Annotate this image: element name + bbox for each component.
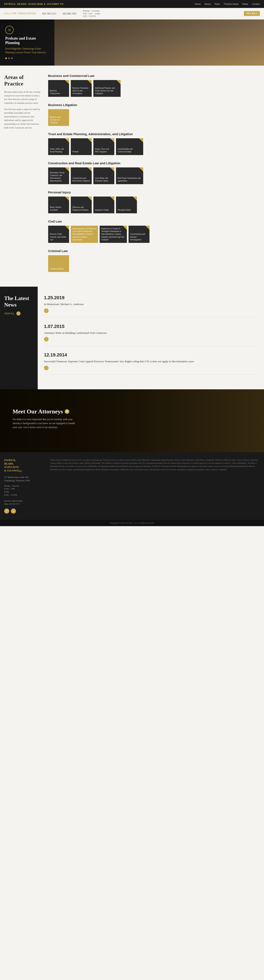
section-header-business-commercial: Business and Commercial Law — [48, 74, 260, 78]
nav-news[interactable]: News — [242, 3, 248, 5]
card-business-transactions[interactable]: Business Transactions — [48, 80, 69, 97]
footer-bottom: Copyright © 2020 MH Sub I, LLC. All righ… — [0, 520, 264, 526]
section-personal-injury: Personal Injury Motor Vehicle Accidents … — [48, 191, 260, 213]
hero-dot-1[interactable] — [5, 57, 7, 59]
copyright-text: Copyright © 2020 MH Sub I, LLC. All righ… — [110, 522, 154, 524]
logo: PATRICK, BEARD, SCHULMAN & JACOWAY PC — [4, 3, 64, 5]
news-section: The Latest News VIEW ALL › 1.25.2019 In … — [0, 286, 264, 389]
section-header-civil-law: Civil Law — [48, 220, 260, 223]
nav-about[interactable]: About — [204, 3, 210, 5]
news-arrow-2[interactable]: › — [44, 337, 49, 342]
card-probate[interactable]: Probate — [71, 138, 92, 155]
attorneys-icon: ⚖ — [65, 409, 69, 414]
card-developer-owner[interactable]: Developer, Owner, Contractor, and Subcon… — [48, 167, 69, 184]
practice-areas-section: Areas of Practice Because many areas of … — [0, 65, 264, 286]
top-nav: PATRICK, BEARD, SCHULMAN & JACOWAY PC Ho… — [0, 0, 264, 8]
card-will-litigation[interactable]: Estate, Trust, and Will Litigation — [93, 138, 114, 155]
news-date-3: 12.19.2014 — [44, 352, 258, 358]
hours-text: Monday – Thursday8:00 – 5:00 Friday8:00 … — [83, 10, 100, 18]
news-sidebar-title: The Latest News — [4, 295, 33, 308]
card-business-formation[interactable]: Business Formation Start Up and Governan… — [71, 80, 92, 97]
card-real-estate-transactions[interactable]: Real Estate Transactions and Agreements — [116, 167, 143, 184]
nav-team[interactable]: Team — [214, 3, 220, 5]
call-for-consultation-label: CALL FOR CONSULTATION — [4, 12, 36, 15]
news-date-1: 1.25.2019 — [44, 295, 258, 301]
hero-subtitle: Knowledgeable Chattanooga Estate Plannin… — [5, 47, 49, 54]
card-construction-litigation[interactable]: Construction and Real Estate Litigation — [71, 167, 92, 184]
news-title-1: In Memoriam: Michael A. Anderson — [44, 302, 258, 306]
card-insurance-claims[interactable]: Insurance Claims — [93, 197, 114, 213]
nav-practice[interactable]: Practice Areas — [224, 3, 239, 5]
view-all-circle-icon: › — [16, 311, 21, 315]
phone-1[interactable]: 423.756.7117 — [42, 12, 56, 15]
areas-text-2: Our firm has made a name for itself by p… — [4, 108, 42, 130]
card-trusts-wills[interactable]: Trusts, Wills, and Estate Planning — [48, 138, 69, 155]
section-business-litigation: Business Litigation Business and Commerc… — [48, 103, 260, 126]
card-wrongful-death[interactable]: Wrongful Death — [116, 197, 137, 213]
view-all-link[interactable]: VIEW ALL › — [4, 311, 33, 315]
section-civil-law: Civil Law Divorce, Child Custody, and Fa… — [48, 220, 260, 243]
hero-section: ⚖ Probate and Estate Planning Knowledgea… — [0, 19, 264, 65]
news-item-2: 1.07.2015 Attorneys Work on Building Cum… — [44, 324, 258, 346]
section-construction: Construction and Real Estate Law and Lit… — [48, 161, 260, 184]
footer-address: 137 Market Street, Suite 300Chattanooga,… — [4, 476, 46, 482]
card-ip-trade-secrets[interactable]: Intellectual Property and Trade Secrets … — [93, 80, 120, 97]
nav-links: Home About Team Practice Areas News Cont… — [195, 3, 260, 5]
section-header-trust-estate: Trust and Estate Planning, Administratio… — [48, 132, 260, 136]
section-header-construction: Construction and Real Estate Law and Lit… — [48, 161, 260, 165]
news-title-3: Successful Tennessee Supreme Court Appea… — [44, 360, 258, 364]
areas-text-1: Because many areas of the law overlap, i… — [4, 90, 42, 105]
footer-legal-text: Patrick, Beard, Schulman & Jacoway, P.C.… — [50, 458, 260, 471]
section-trust-estate: Trust and Estate Planning, Administratio… — [48, 132, 260, 155]
attorneys-text: We think it is most important that you b… — [13, 417, 79, 430]
hero-dot-2[interactable] — [8, 57, 10, 59]
news-date-2: 1.07.2015 — [44, 324, 258, 329]
card-governmental[interactable]: Governmental and Internal Investigations — [128, 226, 150, 243]
section-header-criminal-law: Criminal Law — [48, 249, 260, 253]
card-criminal-defense[interactable]: Criminal Defense — [48, 255, 69, 272]
card-motor-vehicle[interactable]: Motor Vehicle Accidents — [48, 197, 69, 213]
section-header-business-litigation: Business Litigation — [48, 103, 260, 107]
hero-dot-3[interactable] — [11, 57, 13, 59]
footer-logo: PATRICK,BEARD,SCHULMAN& JACOWAYPC — [4, 458, 46, 473]
card-employer-claims[interactable]: Employers in Claims of Wrongful Terminat… — [100, 226, 127, 243]
card-commercial-litigation[interactable]: Business and Commercial Litigation — [48, 109, 69, 126]
card-divorce-custody[interactable]: Divorce, Child Custody, and Family Law — [48, 226, 69, 243]
news-title-2: Attorneys Work on Building Cumberland Tr… — [44, 331, 258, 335]
news-arrow-3[interactable]: › — [44, 366, 49, 370]
social-linkedin-icon[interactable]: in — [11, 509, 16, 514]
hero-icon: ⚖ — [5, 26, 14, 34]
section-header-personal-injury: Personal Injury — [48, 191, 260, 194]
phone-2[interactable]: 423.266.7327 — [63, 12, 77, 15]
footer: PATRICK,BEARD,SCHULMAN& JACOWAYPC 137 Ma… — [0, 452, 264, 520]
card-employee-representation[interactable]: Representation of Employees in Wrongful … — [71, 226, 98, 243]
news-item-3: 12.19.2014 Successful Tennessee Supreme … — [44, 352, 258, 375]
social-facebook-icon[interactable]: f — [4, 509, 9, 514]
hero-title: Probate and Estate Planning — [5, 36, 49, 45]
attorneys-section: Meet Our Attorneys ⚖ We think it is most… — [0, 389, 264, 452]
view-all-label: VIEW ALL — [4, 312, 15, 315]
nav-home[interactable]: Home — [195, 3, 201, 5]
nav-contact[interactable]: Contact — [252, 3, 260, 5]
footer-hours: Monday – Thursday8:AM – 5 PMFriday8:AM –… — [4, 484, 46, 506]
areas-title: Areas of Practice — [4, 74, 42, 87]
card-guardianships[interactable]: Guardianships and Conservatorships — [116, 138, 143, 155]
pay-bill-button[interactable]: PAY BILL — [244, 11, 260, 16]
news-item-1: 1.25.2019 In Memoriam: Michael A. Anders… — [44, 295, 258, 317]
section-criminal-law: Criminal Law Criminal Defense — [48, 249, 260, 272]
call-bar: CALL FOR CONSULTATION 423.756.7117 423.2… — [0, 8, 264, 19]
attorneys-title: Meet Our Attorneys ⚖ — [13, 408, 79, 415]
card-lien-bond[interactable]: Lien, Bond, and Payment Claims — [93, 167, 114, 184]
card-defective-products[interactable]: Defective and Dangerous Products — [71, 197, 92, 213]
section-business-commercial: Business and Commercial Law Business Tra… — [48, 74, 260, 97]
news-arrow-1[interactable]: › — [44, 309, 49, 313]
